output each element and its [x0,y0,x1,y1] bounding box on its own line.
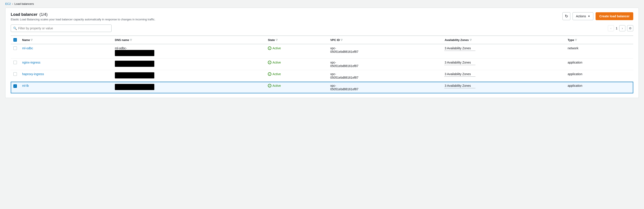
select-all-checkbox[interactable]: — [13,38,17,42]
th-dns-name: DNS name ▽ [112,36,265,44]
az-text: 3 Availability Zones [444,84,562,88]
th-state: State ▽ [265,36,328,44]
status-text: Active [272,72,281,76]
vpc-id-line1: vpc- [330,61,440,64]
breadcrumb-current: Load balancers [14,2,34,6]
th-state-sort-icon[interactable]: ▽ [276,38,278,42]
create-load-balancer-button[interactable]: Create load balancer [596,12,633,20]
table-row[interactable]: haproxy-ingress✓Activevpc-05051ebd88161e… [11,70,633,82]
row-name-cell: haproxy-ingress [20,70,112,82]
refresh-icon: ↻ [565,14,568,18]
status-active-icon: ✓ [268,72,271,76]
th-dns-sort-icon[interactable]: ▽ [130,38,132,42]
th-dns-name-label: DNS name [115,38,129,42]
row-name-link[interactable]: haproxy-ingress [22,72,44,76]
row-name-link[interactable]: ml-lb [22,84,29,88]
table-row[interactable]: ✓ml-lb✓Activevpc-05051ebd88161ef873 Avai… [11,82,633,93]
row-az-cell: 3 Availability Zones [442,44,565,58]
vpc-id-line1: vpc- [330,84,440,88]
row-vpc-cell: vpc-05051ebd88161ef87 [328,44,442,58]
refresh-button[interactable]: ↻ [562,12,570,20]
row-name-cell: nginx-ingress [20,58,112,70]
dns-redacted [115,72,154,78]
actions-chevron-icon: ▼ [588,15,590,18]
next-icon: › [622,26,623,30]
row-checkbox-cell [11,70,20,82]
row-vpc-cell: vpc-05051ebd88161ef87 [328,70,442,82]
status-active-icon: ✓ [268,61,271,64]
dns-redacted [115,50,154,56]
card-count: (1/4) [40,12,48,17]
th-type: Type ▽ [565,36,633,44]
row-type-cell: application [565,70,633,82]
pagination-next-button[interactable]: › [619,25,625,31]
vpc-id-line1: vpc- [330,72,440,76]
prev-icon: ‹ [610,26,612,30]
az-underline [444,50,475,51]
th-az-sort-icon[interactable]: ▽ [470,38,472,42]
table-row[interactable]: ml-odbcml-odbc-✓Activevpc-05051ebd88161e… [11,44,633,58]
actions-label: Actions [576,14,586,18]
vpc-id-line1: vpc- [330,46,440,50]
actions-button[interactable]: Actions ▼ [572,12,593,20]
breadcrumb-ec2-link[interactable]: EC2 [5,2,11,6]
row-type-cell: network [565,44,633,58]
az-underline [444,88,475,88]
table-container: — Name ▽ DNS name ▽ [11,36,633,93]
row-vpc-cell: vpc-05051ebd88161ef87 [328,58,442,70]
breadcrumb: EC2 › Load balancers [0,0,644,8]
row-checkbox-cell: ✓ [11,82,20,93]
az-underline [444,65,475,65]
row-name-cell: ml-odbc [20,44,112,58]
status-active-icon: ✓ [268,84,271,88]
th-name-sort-icon[interactable]: ▽ [31,38,32,42]
row-checkbox-cell [11,44,20,58]
column-settings-button[interactable]: ⚙ [627,25,633,31]
settings-icon: ⚙ [629,26,632,30]
search-input[interactable] [18,26,109,30]
row-checkbox-cell [11,58,20,70]
row-vpc-cell: vpc-05051ebd88161ef87 [328,82,442,93]
card-title: Load balancer (1/4) [11,12,156,17]
th-vpc-sort-icon[interactable]: ▽ [341,38,342,42]
pagination-prev-button[interactable]: ‹ [608,25,614,31]
filter-bar: 🔍 ‹ 1 › ⚙ [11,24,633,32]
row-checkbox[interactable] [13,72,17,76]
az-text: 3 Availability Zones [444,61,562,64]
row-dns-cell [112,82,265,93]
row-az-cell: 3 Availability Zones [442,70,565,82]
pagination-current-page: 1 [616,26,618,30]
row-checkbox[interactable] [13,46,17,50]
th-name: Name ▽ [20,36,112,44]
row-dns-cell: ml-odbc- [112,44,265,58]
card-header: Load balancer (1/4) Elastic Load Balanci… [11,12,633,21]
row-state-cell: ✓Active [265,70,328,82]
row-checkbox[interactable] [13,61,17,64]
az-underline [444,76,475,77]
vpc-id-line2: 05051ebd88161ef87 [330,64,440,68]
dns-prefix: ml-odbc- [115,46,262,50]
dns-redacted [115,84,154,90]
az-text: 3 Availability Zones [444,72,562,76]
row-name-link[interactable]: nginx-ingress [22,61,40,64]
dns-redacted [115,61,154,67]
row-az-cell: 3 Availability Zones [442,58,565,70]
card-title-text: Load balancer [11,12,38,17]
load-balancers-table: — Name ▽ DNS name ▽ [11,36,633,93]
main-card: Load balancer (1/4) Elastic Load Balanci… [5,8,639,98]
vpc-id-line2: 05051ebd88161ef87 [330,50,440,54]
vpc-id-line2: 05051ebd88161ef87 [330,76,440,79]
th-az-label: Availability Zones [444,38,469,42]
pagination-controls: ‹ 1 › ⚙ [608,25,633,31]
th-vpc-id: VPC ID ▽ [328,36,442,44]
th-type-label: Type [568,38,574,42]
status-text: Active [272,84,281,88]
table-row[interactable]: nginx-ingress✓Activevpc-05051ebd88161ef8… [11,58,633,70]
row-name-link[interactable]: ml-odbc [22,46,33,50]
row-state-cell: ✓Active [265,44,328,58]
th-type-sort-icon[interactable]: ▽ [575,38,577,42]
search-box: 🔍 [11,24,112,32]
th-state-label: State [268,38,275,42]
row-name-cell: ml-lb [20,82,112,93]
row-checkbox[interactable]: ✓ [13,84,17,88]
